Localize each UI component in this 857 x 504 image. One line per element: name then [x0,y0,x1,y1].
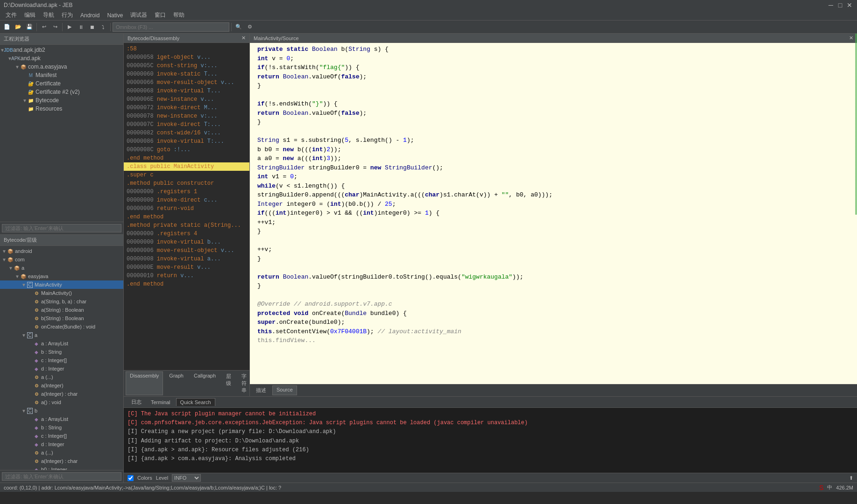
bottom-tree-item[interactable]: ◆ d : Integer [0,364,123,373]
disasm-tab-callgraph[interactable]: Callgraph [190,371,220,395]
console-expand-icon[interactable]: ⬆ [849,475,853,481]
tree-item[interactable]: ▼ 📁 Bytecode [0,96,123,105]
tree-filter-input[interactable] [2,224,121,232]
disasm-tab-字符串[interactable]: 字符串 [237,371,251,395]
bottom-filter-input[interactable] [2,472,121,481]
bottom-tree-item[interactable]: ▼ C MainActivity [0,280,123,289]
status-lang: 中 [827,484,832,491]
tree-item[interactable]: 🔐 Certificate #2 (v2) [0,88,123,96]
source-code-line: this.setContentView(0x7F04001B); // layo… [250,327,857,336]
tree-item[interactable]: 📁 Resources [0,105,123,113]
bottom-tree-item[interactable]: ⚙ a (...) [0,373,123,381]
bottom-tree-item[interactable]: ⚙ onCreate(Bundle) : void [0,322,123,331]
bottom-tree-item[interactable]: ▼ 📦 easyjava [0,272,123,280]
menu-android[interactable]: Android [77,11,103,20]
bytecode-tree[interactable]: ▼ 📦 android ▼ 📦 com ▼ 📦 a ▼ 📦 easyjava ▼… [0,246,123,470]
bottom-tree-item[interactable]: ▼ 📦 com [0,255,123,264]
bottom-tree-item[interactable]: ⚙ a(Integer) : char [0,457,123,465]
bottom-tree-item[interactable]: ◆ b : String [0,423,123,432]
console-tab-terminal[interactable]: Terminal [147,399,174,406]
disasm-content[interactable]: :5800000058 iget-object v...0000005C con… [124,43,249,370]
bottom-tree-item[interactable]: ◆ c : Integer[] [0,356,123,364]
project-tree[interactable]: ▼ JDB and.apk.jdb2 ▼ APK and.apk ▼ 📦 com… [0,45,123,222]
tree-item[interactable]: 🔐 Certificate [0,79,123,88]
source-code-line: } [250,118,857,127]
menu-debugger[interactable]: 调试器 [127,10,151,20]
close-button[interactable]: ✕ [846,1,853,9]
source-code-line: StringBuilder stringBuilder0 = new Strin… [250,163,857,173]
status-memory: 426.2M [836,485,853,490]
bottom-tree-item[interactable]: ◆ a : ArrayList [0,415,123,423]
bottom-tree-item[interactable]: ◆ c : Integer[] [0,432,123,440]
menu-help[interactable]: 帮助 [170,10,188,20]
bottom-tree-item[interactable]: ◆ b : String [0,348,123,356]
toolbar-btn-run[interactable]: ▶ [64,22,75,32]
title-text: D:\Download\and.apk - JEB [4,2,72,8]
disasm-tab-graph[interactable]: Graph [165,371,188,395]
maximize-button[interactable]: □ [836,1,844,9]
minimize-button[interactable]: ─ [827,1,835,9]
source-code-line: protected void onCreate(Bundle bundle0) … [250,309,857,318]
source-code-line: this.findView... [250,336,857,345]
bottom-tree-item[interactable]: ◆ a : ArrayList [0,339,123,348]
main-content: 工程浏览器 ▼ JDB and.apk.jdb2 ▼ APK and.apk ▼… [0,34,857,483]
console-tab-search[interactable]: Quick Search [176,398,215,406]
source-code-line: @Override // android.support.v7.app.c [250,300,857,309]
bottom-tree-item[interactable]: ▼ 📦 android [0,247,123,255]
source-tab-1[interactable]: Source [272,385,297,395]
toolbar-btn-search[interactable]: 🔍 [234,22,244,32]
menu-edit[interactable]: 编辑 [21,10,39,20]
bottom-tree-item[interactable]: ⚙ a() : void [0,398,123,406]
bottom-tree-item[interactable]: ⚙ MainActivity() [0,289,123,297]
bottom-tree-item[interactable]: ⚙ a(Integer) [0,381,123,390]
menu-nav[interactable]: 导航 [39,10,58,20]
bottom-tree-item[interactable]: ⚙ a(Integer) : char [0,390,123,398]
tree-item[interactable]: ▼ APK and.apk [0,54,123,63]
toolbar-btn-open[interactable]: 📂 [13,22,23,32]
menu-file[interactable]: 文件 [2,10,21,20]
toolbar-btn-save[interactable]: 💾 [24,22,35,32]
disasm-tab-disassembly[interactable]: Disassembly [126,371,163,395]
bottom-tree-item[interactable]: ▼ C b [0,406,123,415]
menu-window[interactable]: 窗口 [151,10,170,20]
bottom-tree-item[interactable]: ⚙ a (...) [0,448,123,457]
source-code-line: private static Boolean b(String s) { [250,45,857,54]
bottom-tree-item[interactable]: ⚙ a(String) : Boolean [0,306,123,314]
level-label: Level [156,475,168,481]
toolbar-btn-step[interactable]: ⤵ [98,22,108,32]
toolbar-btn-new[interactable]: 📄 [2,22,12,32]
tree-item[interactable]: ▼ 📦 com.a.easyjava [0,63,123,71]
source-tab-0[interactable]: 描述 [252,385,270,395]
bottom-tree-item[interactable]: ▼ 📦 a [0,264,123,272]
tree-item[interactable]: M Manifest [0,71,123,79]
disasm-close-icon[interactable]: ✕ [241,35,246,41]
colors-checkbox[interactable] [127,475,134,481]
bottom-tree-item[interactable]: ◆ d : Integer [0,440,123,448]
level-select[interactable]: INFO DEBUG WARN ERROR [172,474,201,482]
source-code-line: super.onCreate(bundle0); [250,318,857,327]
toolbar-btn-undo[interactable]: ↩ [39,22,49,32]
toolbar-btn-pause[interactable]: ⏸ [76,22,86,32]
tree-item[interactable]: ▼ JDB and.apk.jdb2 [0,46,123,54]
bottom-tree-item[interactable]: ▼ C a [0,331,123,339]
menu-native[interactable]: Native [103,11,127,20]
toolbar-btn-settings[interactable]: ⚙ [245,22,255,32]
bottom-tree-item[interactable]: ⚙ a(String, b, a) : char [0,297,123,306]
console-tab-log[interactable]: 日志 [127,398,145,406]
menu-action[interactable]: 行为 [58,10,77,20]
disasm-tab-层级[interactable]: 层级 [222,371,235,395]
console-message: [C] com.pnfsoftware.jeb.core.exceptions.… [127,419,853,427]
toolbar-btn-stop[interactable]: ⏹ [87,22,97,32]
source-content[interactable]: private static Boolean b(String s) { int… [250,43,857,384]
status-icons: S [819,484,823,491]
console-message: [I] {and.apk > com.a.easyjava}: Analysis… [127,455,853,463]
bottom-tree-item[interactable]: ⚙ b(String) : Boolean [0,314,123,322]
source-close-icon[interactable]: ✕ [849,35,853,41]
toolbar-btn-redo[interactable]: ↪ [50,22,60,32]
bottom-tree-item[interactable]: ◆ b0 : Integer [0,465,123,470]
source-code-line [250,291,857,300]
source-panel: MainActivity/Source ✕ private static Boo… [250,34,857,396]
omnibox-input[interactable] [113,22,229,32]
console-message: [C] The Java script plugin manager canno… [127,410,853,419]
disasm-header: Bytecode/Disassembly ✕ [124,34,249,43]
